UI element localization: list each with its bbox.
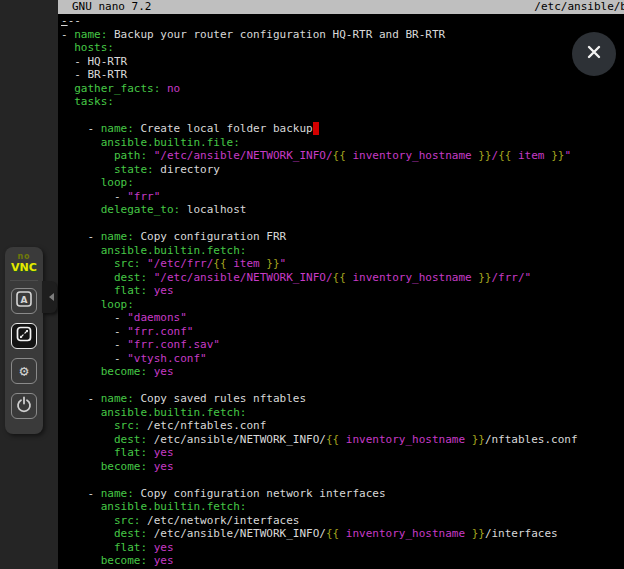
code-line: delegate_to: localhost (61, 203, 624, 217)
a-key-icon: A (15, 290, 33, 312)
code-line: - BR-RTR (61, 68, 624, 82)
code-line: loop: (61, 176, 624, 190)
close-button[interactable] (572, 32, 616, 76)
code-line: state: directory (61, 163, 624, 177)
code-line: src: "/etc/frr/{{ item }}" (61, 257, 624, 271)
code-line: ansible.builtin.fetch: (61, 244, 624, 258)
nano-titlebar: GNU nano 7.2 /etc/ansible/b (58, 0, 624, 14)
code-line: - "daemons" (61, 311, 624, 325)
file-path-label: /etc/ansible/b (534, 0, 624, 14)
code-line: dest: /etc/ansible/NETWORK_INFO/{{ inven… (61, 433, 624, 447)
code-line: become: yes (61, 365, 624, 379)
code-line (61, 217, 624, 231)
code-line: --- (61, 14, 624, 28)
code-line (61, 473, 624, 487)
code-line: - name: Copy configuration network inter… (61, 487, 624, 501)
fullscreen-button[interactable] (11, 323, 37, 349)
novnc-logo: no VNC (11, 252, 37, 274)
novnc-logo-bottom: VNC (11, 261, 37, 274)
extra-keys-button[interactable]: A (11, 288, 37, 314)
code-line: become: yes (61, 460, 624, 474)
code-line: - name: Copy configuration FRR (61, 230, 624, 244)
editor-content[interactable]: ---- name: Backup your router configurat… (58, 14, 624, 569)
code-line (61, 379, 624, 393)
code-line: - "vtysh.conf" (61, 352, 624, 366)
code-line: path: "/etc/ansible/NETWORK_INFO/{{ inve… (61, 149, 624, 163)
novnc-logo-top: no (11, 252, 37, 261)
code-line: gather_facts: no (61, 82, 624, 96)
code-line: flat: yes (61, 284, 624, 298)
code-line: - "frr.conf" (61, 325, 624, 339)
gear-icon: ⚙ (19, 364, 28, 379)
power-button[interactable] (11, 393, 37, 419)
code-line: become: yes (61, 554, 624, 568)
code-line: hosts: (61, 41, 624, 55)
code-line: - name: Copy saved rules nftables (61, 392, 624, 406)
code-line: ansible.builtin.file: (61, 136, 624, 150)
code-line: ansible.builtin.fetch: (61, 406, 624, 420)
code-line: - "frr" (61, 190, 624, 204)
code-line: flat: yes (61, 446, 624, 460)
svg-text:A: A (21, 295, 28, 305)
code-line: src: /etc/network/interfaces (61, 514, 624, 528)
fullscreen-icon (15, 325, 33, 347)
code-line: loop: (61, 298, 624, 312)
code-line: ansible.builtin.fetch: (61, 500, 624, 514)
toolbar-handle[interactable] (42, 281, 57, 313)
code-line: - "frr.conf.sav" (61, 338, 624, 352)
power-icon (15, 395, 33, 417)
code-line: src: /etc/nftables.conf (61, 419, 624, 433)
code-line: dest: "/etc/ansible/NETWORK_INFO/{{ inve… (61, 271, 624, 285)
novnc-toolbar: no VNC A ⚙ (5, 247, 43, 434)
code-line: tasks: (61, 95, 624, 109)
nano-version-label: GNU nano 7.2 (72, 0, 151, 14)
collapse-left-icon (49, 293, 54, 301)
code-line: - name: Backup your router configuration… (61, 28, 624, 42)
vnc-viewport: GNU nano 7.2 /etc/ansible/b ---- name: B… (0, 0, 624, 569)
code-line: - name: Create local folder backup (61, 122, 624, 136)
settings-button[interactable]: ⚙ (11, 358, 37, 384)
code-line (61, 109, 624, 123)
code-line: - HQ-RTR (61, 55, 624, 69)
code-line: flat: yes (61, 541, 624, 555)
close-icon (584, 42, 604, 66)
terminal[interactable]: GNU nano 7.2 /etc/ansible/b ---- name: B… (58, 0, 624, 569)
code-line: dest: /etc/ansible/NETWORK_INFO/{{ inven… (61, 527, 624, 541)
toolbar-separator (10, 280, 38, 281)
